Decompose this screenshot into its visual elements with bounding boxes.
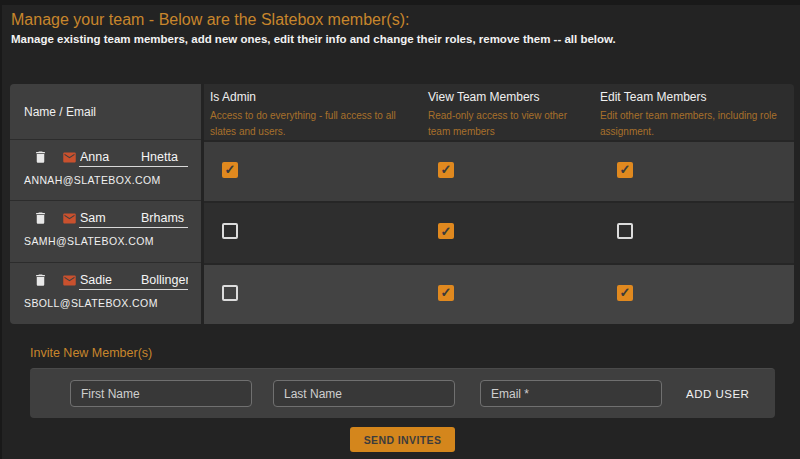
permissions-header-row: Is Admin Access to do everything - full … — [204, 84, 794, 140]
permissions-area: Is Admin Access to do everything - full … — [204, 84, 794, 324]
column-label: View Team Members — [428, 90, 590, 104]
member-email: SBOLL@SLATEBOX.COM — [24, 297, 201, 309]
checkbox-edit-team-members[interactable] — [617, 285, 633, 301]
column-description: Read-only access to view other team memb… — [428, 108, 586, 140]
invite-form: ADD USER — [30, 368, 775, 418]
name-email-header: Name / Email — [10, 84, 201, 140]
permissions-row-sam — [204, 201, 794, 263]
last-name-input[interactable] — [134, 208, 188, 228]
member-email: SAMH@SLATEBOX.COM — [24, 235, 201, 247]
checkbox-view-team-members[interactable] — [438, 162, 454, 178]
page-subtitle: Manage existing team members, add new on… — [11, 33, 616, 45]
envelope-icon[interactable] — [61, 150, 78, 165]
member-row-anna: ANNAH@SLATEBOX.COM — [10, 140, 201, 201]
team-management-page: Manage your team - Below are the Slatebo… — [0, 0, 800, 459]
members-table: Name / Email ANNAH@SLATEBOX.COM — [10, 84, 794, 324]
invite-heading: Invite New Member(s) — [30, 346, 152, 360]
envelope-icon[interactable] — [61, 211, 78, 226]
member-row-sadie: SBOLL@SLATEBOX.COM — [10, 263, 201, 324]
checkbox-is-admin[interactable] — [222, 223, 238, 239]
member-email: ANNAH@SLATEBOX.COM — [24, 174, 201, 186]
column-label: Is Admin — [210, 90, 418, 104]
permissions-row-anna — [204, 140, 794, 201]
first-name-input[interactable] — [79, 270, 134, 290]
envelope-icon[interactable] — [61, 273, 78, 288]
checkbox-is-admin[interactable] — [222, 285, 238, 301]
checkbox-edit-team-members[interactable] — [617, 162, 633, 178]
send-invites-row: SEND INVITES — [30, 427, 775, 452]
trash-icon[interactable] — [33, 149, 48, 165]
first-name-input[interactable] — [79, 208, 134, 228]
name-email-column: Name / Email ANNAH@SLATEBOX.COM — [10, 84, 201, 324]
last-name-input[interactable] — [134, 147, 188, 167]
trash-icon[interactable] — [33, 272, 48, 288]
column-label: Edit Team Members — [600, 90, 784, 104]
last-name-input[interactable] — [134, 270, 188, 290]
checkbox-edit-team-members[interactable] — [617, 223, 633, 239]
invite-email-input[interactable] — [480, 380, 662, 407]
checkbox-is-admin[interactable] — [222, 162, 238, 178]
checkbox-view-team-members[interactable] — [438, 285, 454, 301]
invite-last-name-input[interactable] — [273, 380, 455, 407]
column-header-view-team-members: View Team Members Read-only access to vi… — [428, 84, 600, 140]
page-title: Manage your team - Below are the Slatebo… — [11, 11, 409, 29]
checkbox-view-team-members[interactable] — [438, 223, 454, 239]
column-description: Access to do everything - full access to… — [210, 108, 410, 140]
column-description: Edit other team members, including role … — [600, 108, 780, 140]
first-name-input[interactable] — [79, 147, 134, 167]
add-user-button[interactable]: ADD USER — [686, 388, 749, 400]
send-invites-button[interactable]: SEND INVITES — [350, 427, 456, 452]
trash-icon[interactable] — [33, 210, 48, 226]
column-header-is-admin: Is Admin Access to do everything - full … — [210, 84, 428, 140]
column-header-edit-team-members: Edit Team Members Edit other team member… — [600, 84, 794, 140]
member-row-sam: SAMH@SLATEBOX.COM — [10, 201, 201, 263]
permissions-row-sadie — [204, 263, 794, 324]
invite-first-name-input[interactable] — [70, 380, 252, 407]
